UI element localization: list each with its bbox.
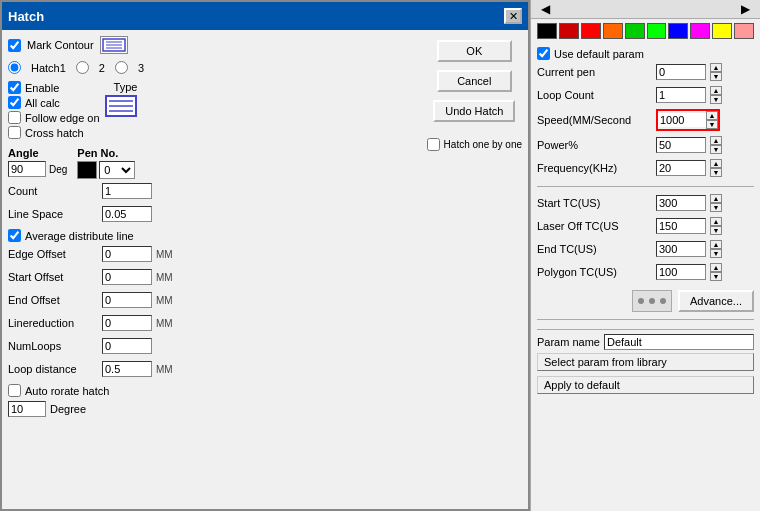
use-default-param-row: Use default param [537, 47, 754, 60]
hatch-icon [100, 36, 128, 54]
end-tc-down[interactable]: ▼ [710, 249, 722, 258]
close-button[interactable]: ✕ [504, 8, 522, 24]
frequency-down[interactable]: ▼ [710, 168, 722, 177]
apply-default-button[interactable]: Apply to default [537, 376, 754, 394]
mark-contour-checkbox[interactable] [8, 39, 21, 52]
speed-down[interactable]: ▼ [706, 120, 718, 129]
start-tc-down[interactable]: ▼ [710, 203, 722, 212]
power-up[interactable]: ▲ [710, 136, 722, 145]
current-pen-up[interactable]: ▲ [710, 63, 722, 72]
hatch3-radio[interactable] [115, 61, 128, 74]
degree-input[interactable] [8, 401, 46, 417]
start-offset-label: Start Offset [8, 271, 98, 283]
numloops-row: NumLoops [8, 338, 421, 354]
loop-distance-row: Loop distance MM [8, 361, 421, 377]
polygon-tc-spinner: ▲ ▼ [710, 263, 722, 281]
follow-edge-label: Follow edge on [25, 112, 100, 124]
color-swatch-7[interactable] [690, 23, 710, 39]
color-swatch-2[interactable] [581, 23, 601, 39]
speed-input[interactable] [658, 113, 706, 127]
pen-select[interactable]: 0 1 2 [99, 161, 135, 179]
power-down[interactable]: ▼ [710, 145, 722, 154]
color-swatches-row [531, 19, 760, 43]
laser-off-tc-up[interactable]: ▲ [710, 217, 722, 226]
speed-up[interactable]: ▲ [706, 111, 718, 120]
polygon-tc-down[interactable]: ▼ [710, 272, 722, 281]
current-pen-row: Current pen ▲ ▼ [537, 63, 754, 81]
right-buttons-panel: OK Cancel Undo Hatch Hatch one by one [427, 36, 522, 503]
laser-off-tc-input[interactable] [656, 218, 706, 234]
end-offset-input[interactable] [102, 292, 152, 308]
cross-hatch-checkbox[interactable] [8, 126, 21, 139]
ok-button[interactable]: OK [437, 40, 512, 62]
auto-rotate-row: Auto rorate hatch [8, 384, 421, 397]
hatch-dialog: Hatch ✕ Mark Contour [0, 0, 530, 511]
end-tc-up[interactable]: ▲ [710, 240, 722, 249]
mark-contour-row: Mark Contour [8, 36, 421, 54]
undo-hatch-button[interactable]: Undo Hatch [433, 100, 515, 122]
advance-button[interactable]: Advance... [678, 290, 754, 312]
end-tc-row: End TC(US) ▲ ▼ [537, 240, 754, 258]
start-tc-input[interactable] [656, 195, 706, 211]
loop-count-down[interactable]: ▼ [710, 95, 722, 104]
nav-right-arrow[interactable]: ▶ [737, 2, 754, 16]
all-calc-row: All calc [8, 96, 100, 109]
all-calc-checkbox[interactable] [8, 96, 21, 109]
loop-count-up[interactable]: ▲ [710, 86, 722, 95]
end-tc-spinner: ▲ ▼ [710, 240, 722, 258]
param-name-row: Param name [537, 329, 754, 350]
left-settings-panel: Mark Contour Hatch1 2 3 [8, 36, 421, 503]
type-icon[interactable] [105, 95, 137, 117]
count-input[interactable] [102, 183, 152, 199]
follow-edge-checkbox[interactable] [8, 111, 21, 124]
color-swatch-5[interactable] [647, 23, 667, 39]
linereduction-input[interactable] [102, 315, 152, 331]
svg-point-8 [649, 298, 655, 304]
color-swatch-6[interactable] [668, 23, 688, 39]
frequency-up[interactable]: ▲ [710, 159, 722, 168]
auto-rotate-checkbox[interactable] [8, 384, 21, 397]
use-default-checkbox[interactable] [537, 47, 550, 60]
start-tc-up[interactable]: ▲ [710, 194, 722, 203]
cancel-button[interactable]: Cancel [437, 70, 512, 92]
current-pen-down[interactable]: ▼ [710, 72, 722, 81]
color-swatch-4[interactable] [625, 23, 645, 39]
start-offset-input[interactable] [102, 269, 152, 285]
follow-edge-row: Follow edge on [8, 111, 100, 124]
numloops-input[interactable] [102, 338, 152, 354]
angle-input[interactable] [8, 161, 46, 177]
edge-offset-input[interactable] [102, 246, 152, 262]
color-swatch-0[interactable] [537, 23, 557, 39]
power-row: Power% ▲ ▼ [537, 136, 754, 154]
avg-dist-checkbox[interactable] [8, 229, 21, 242]
laser-off-tc-down[interactable]: ▼ [710, 226, 722, 235]
line-space-input[interactable] [102, 206, 152, 222]
color-swatch-9[interactable] [734, 23, 754, 39]
loop-distance-input[interactable] [102, 361, 152, 377]
loop-count-input[interactable] [656, 87, 706, 103]
nav-left-arrow[interactable]: ◀ [537, 2, 554, 16]
hatch2-radio[interactable] [76, 61, 89, 74]
polygon-tc-up[interactable]: ▲ [710, 263, 722, 272]
enable-checkbox[interactable] [8, 81, 21, 94]
select-param-button[interactable]: Select param from library [537, 353, 754, 371]
hatch1-radio[interactable] [8, 61, 21, 74]
color-swatch-8[interactable] [712, 23, 732, 39]
frequency-input[interactable] [656, 160, 706, 176]
pen-color-swatch[interactable] [77, 161, 97, 179]
param-name-input[interactable] [604, 334, 754, 350]
power-spinner: ▲ ▼ [710, 136, 722, 154]
angle-pen-row: Angle Deg Pen No. 0 1 2 [8, 147, 421, 179]
current-pen-input[interactable] [656, 64, 706, 80]
start-offset-row: Start Offset MM [8, 269, 421, 285]
hatch2-label: 2 [99, 62, 105, 74]
hatch-one-checkbox[interactable] [427, 138, 440, 151]
color-swatch-1[interactable] [559, 23, 579, 39]
loop-count-row: Loop Count ▲ ▼ [537, 86, 754, 104]
polygon-tc-input[interactable] [656, 264, 706, 280]
color-swatch-3[interactable] [603, 23, 623, 39]
power-input[interactable] [656, 137, 706, 153]
numloops-label: NumLoops [8, 340, 98, 352]
start-tc-row: Start TC(US) ▲ ▼ [537, 194, 754, 212]
end-tc-input[interactable] [656, 241, 706, 257]
